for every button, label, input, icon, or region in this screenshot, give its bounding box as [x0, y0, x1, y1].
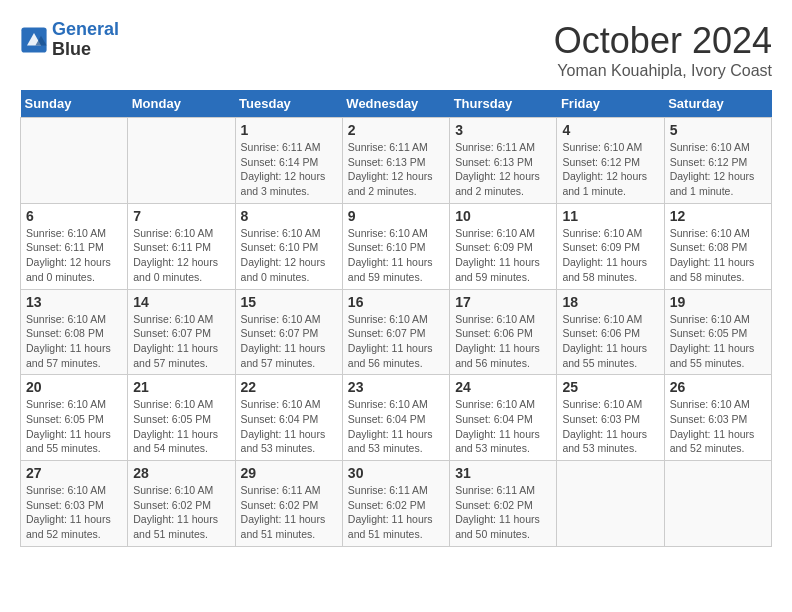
calendar-cell: 2Sunrise: 6:11 AMSunset: 6:13 PMDaylight…	[342, 118, 449, 204]
calendar-cell: 8Sunrise: 6:10 AMSunset: 6:10 PMDaylight…	[235, 203, 342, 289]
calendar-cell: 12Sunrise: 6:10 AMSunset: 6:08 PMDayligh…	[664, 203, 771, 289]
calendar-cell: 14Sunrise: 6:10 AMSunset: 6:07 PMDayligh…	[128, 289, 235, 375]
location: Yoman Kouahipla, Ivory Coast	[554, 62, 772, 80]
logo: General Blue	[20, 20, 119, 60]
calendar-cell: 11Sunrise: 6:10 AMSunset: 6:09 PMDayligh…	[557, 203, 664, 289]
day-info: Sunrise: 6:10 AMSunset: 6:08 PMDaylight:…	[26, 312, 122, 371]
day-info: Sunrise: 6:10 AMSunset: 6:08 PMDaylight:…	[670, 226, 766, 285]
calendar-cell: 17Sunrise: 6:10 AMSunset: 6:06 PMDayligh…	[450, 289, 557, 375]
calendar-cell: 29Sunrise: 6:11 AMSunset: 6:02 PMDayligh…	[235, 461, 342, 547]
day-info: Sunrise: 6:10 AMSunset: 6:06 PMDaylight:…	[562, 312, 658, 371]
logo-text: General Blue	[52, 20, 119, 60]
calendar-cell: 27Sunrise: 6:10 AMSunset: 6:03 PMDayligh…	[21, 461, 128, 547]
day-info: Sunrise: 6:11 AMSunset: 6:02 PMDaylight:…	[455, 483, 551, 542]
calendar-cell: 24Sunrise: 6:10 AMSunset: 6:04 PMDayligh…	[450, 375, 557, 461]
calendar-cell: 30Sunrise: 6:11 AMSunset: 6:02 PMDayligh…	[342, 461, 449, 547]
weekday-header-wednesday: Wednesday	[342, 90, 449, 118]
day-info: Sunrise: 6:10 AMSunset: 6:04 PMDaylight:…	[241, 397, 337, 456]
calendar-cell: 7Sunrise: 6:10 AMSunset: 6:11 PMDaylight…	[128, 203, 235, 289]
day-info: Sunrise: 6:10 AMSunset: 6:04 PMDaylight:…	[455, 397, 551, 456]
day-info: Sunrise: 6:10 AMSunset: 6:07 PMDaylight:…	[241, 312, 337, 371]
logo-line1: General	[52, 19, 119, 39]
weekday-header-monday: Monday	[128, 90, 235, 118]
calendar-cell: 13Sunrise: 6:10 AMSunset: 6:08 PMDayligh…	[21, 289, 128, 375]
day-info: Sunrise: 6:10 AMSunset: 6:03 PMDaylight:…	[562, 397, 658, 456]
day-info: Sunrise: 6:10 AMSunset: 6:12 PMDaylight:…	[670, 140, 766, 199]
day-number: 13	[26, 294, 122, 310]
day-number: 29	[241, 465, 337, 481]
day-info: Sunrise: 6:10 AMSunset: 6:05 PMDaylight:…	[670, 312, 766, 371]
week-row-1: 1Sunrise: 6:11 AMSunset: 6:14 PMDaylight…	[21, 118, 772, 204]
weekday-header-tuesday: Tuesday	[235, 90, 342, 118]
calendar-cell: 31Sunrise: 6:11 AMSunset: 6:02 PMDayligh…	[450, 461, 557, 547]
day-info: Sunrise: 6:10 AMSunset: 6:11 PMDaylight:…	[133, 226, 229, 285]
day-number: 6	[26, 208, 122, 224]
weekday-header-row: SundayMondayTuesdayWednesdayThursdayFrid…	[21, 90, 772, 118]
calendar-cell	[21, 118, 128, 204]
weekday-header-sunday: Sunday	[21, 90, 128, 118]
day-number: 8	[241, 208, 337, 224]
month-title: October 2024	[554, 20, 772, 62]
day-info: Sunrise: 6:10 AMSunset: 6:07 PMDaylight:…	[348, 312, 444, 371]
week-row-5: 27Sunrise: 6:10 AMSunset: 6:03 PMDayligh…	[21, 461, 772, 547]
calendar-cell: 26Sunrise: 6:10 AMSunset: 6:03 PMDayligh…	[664, 375, 771, 461]
day-number: 1	[241, 122, 337, 138]
day-info: Sunrise: 6:11 AMSunset: 6:14 PMDaylight:…	[241, 140, 337, 199]
day-number: 19	[670, 294, 766, 310]
day-info: Sunrise: 6:10 AMSunset: 6:10 PMDaylight:…	[348, 226, 444, 285]
day-info: Sunrise: 6:10 AMSunset: 6:07 PMDaylight:…	[133, 312, 229, 371]
day-number: 21	[133, 379, 229, 395]
day-number: 16	[348, 294, 444, 310]
day-info: Sunrise: 6:10 AMSunset: 6:09 PMDaylight:…	[455, 226, 551, 285]
day-info: Sunrise: 6:10 AMSunset: 6:04 PMDaylight:…	[348, 397, 444, 456]
calendar-cell: 22Sunrise: 6:10 AMSunset: 6:04 PMDayligh…	[235, 375, 342, 461]
calendar-cell: 4Sunrise: 6:10 AMSunset: 6:12 PMDaylight…	[557, 118, 664, 204]
day-number: 26	[670, 379, 766, 395]
logo-line2: Blue	[52, 40, 119, 60]
calendar-cell	[128, 118, 235, 204]
day-info: Sunrise: 6:10 AMSunset: 6:11 PMDaylight:…	[26, 226, 122, 285]
day-number: 25	[562, 379, 658, 395]
day-number: 27	[26, 465, 122, 481]
page-header: General Blue October 2024 Yoman Kouahipl…	[20, 20, 772, 80]
weekday-header-thursday: Thursday	[450, 90, 557, 118]
day-info: Sunrise: 6:10 AMSunset: 6:05 PMDaylight:…	[133, 397, 229, 456]
week-row-4: 20Sunrise: 6:10 AMSunset: 6:05 PMDayligh…	[21, 375, 772, 461]
day-number: 23	[348, 379, 444, 395]
calendar-cell: 25Sunrise: 6:10 AMSunset: 6:03 PMDayligh…	[557, 375, 664, 461]
day-info: Sunrise: 6:10 AMSunset: 6:03 PMDaylight:…	[26, 483, 122, 542]
day-info: Sunrise: 6:10 AMSunset: 6:09 PMDaylight:…	[562, 226, 658, 285]
calendar-table: SundayMondayTuesdayWednesdayThursdayFrid…	[20, 90, 772, 547]
day-info: Sunrise: 6:10 AMSunset: 6:10 PMDaylight:…	[241, 226, 337, 285]
calendar-cell	[664, 461, 771, 547]
day-number: 2	[348, 122, 444, 138]
day-info: Sunrise: 6:10 AMSunset: 6:05 PMDaylight:…	[26, 397, 122, 456]
day-number: 5	[670, 122, 766, 138]
day-number: 10	[455, 208, 551, 224]
day-number: 24	[455, 379, 551, 395]
day-number: 12	[670, 208, 766, 224]
logo-icon	[20, 26, 48, 54]
title-block: October 2024 Yoman Kouahipla, Ivory Coas…	[554, 20, 772, 80]
calendar-cell	[557, 461, 664, 547]
day-number: 3	[455, 122, 551, 138]
calendar-cell: 20Sunrise: 6:10 AMSunset: 6:05 PMDayligh…	[21, 375, 128, 461]
day-number: 31	[455, 465, 551, 481]
calendar-cell: 3Sunrise: 6:11 AMSunset: 6:13 PMDaylight…	[450, 118, 557, 204]
day-info: Sunrise: 6:10 AMSunset: 6:02 PMDaylight:…	[133, 483, 229, 542]
day-info: Sunrise: 6:10 AMSunset: 6:06 PMDaylight:…	[455, 312, 551, 371]
calendar-cell: 5Sunrise: 6:10 AMSunset: 6:12 PMDaylight…	[664, 118, 771, 204]
day-number: 11	[562, 208, 658, 224]
day-number: 18	[562, 294, 658, 310]
calendar-cell: 1Sunrise: 6:11 AMSunset: 6:14 PMDaylight…	[235, 118, 342, 204]
calendar-cell: 21Sunrise: 6:10 AMSunset: 6:05 PMDayligh…	[128, 375, 235, 461]
week-row-2: 6Sunrise: 6:10 AMSunset: 6:11 PMDaylight…	[21, 203, 772, 289]
day-number: 14	[133, 294, 229, 310]
calendar-cell: 23Sunrise: 6:10 AMSunset: 6:04 PMDayligh…	[342, 375, 449, 461]
day-number: 30	[348, 465, 444, 481]
day-number: 15	[241, 294, 337, 310]
calendar-cell: 19Sunrise: 6:10 AMSunset: 6:05 PMDayligh…	[664, 289, 771, 375]
day-info: Sunrise: 6:11 AMSunset: 6:13 PMDaylight:…	[455, 140, 551, 199]
day-number: 20	[26, 379, 122, 395]
calendar-cell: 9Sunrise: 6:10 AMSunset: 6:10 PMDaylight…	[342, 203, 449, 289]
